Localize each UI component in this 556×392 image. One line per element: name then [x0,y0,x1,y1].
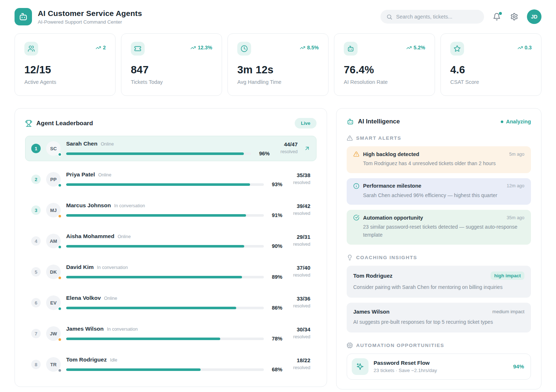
rank-badge: 6 [31,298,41,307]
brand-titles: AI Customer Service Agents AI-Powered Su… [38,9,142,25]
clock-icon [237,42,251,56]
agent-row-aisha-mohammed[interactable]: 4 AM Aisha Mohammed Online 90% [25,228,317,254]
leaderboard-title: Agent Leaderboard [36,120,93,127]
efficiency-bar [66,276,264,278]
agent-status: In conversation [97,265,128,270]
avatar: PP [46,172,61,187]
stat-card-csat-score: 0.3 4.6 CSAT Score [440,33,541,96]
stat-card-active-agents: 2 12/15 Active Agents [15,33,116,96]
dashboard: AI Customer Service Agents AI-Powered Su… [0,0,556,389]
avatar: AM [46,234,61,248]
resolved-label: resolved [288,273,310,278]
stat-card-avg-handling-time: 8.5% 3m 12s Avg Handling Time [227,33,329,96]
avatar: TR [46,357,61,372]
agent-name: David Kim [66,264,94,270]
agent-row-priya-patel[interactable]: 2 PP Priya Patel Online 93% [25,167,317,192]
agent-name: Elena Volkov [66,295,101,301]
efficiency-bar [66,183,264,186]
rank-badge: 1 [31,144,41,153]
automation-card-password-reset-flow[interactable]: Password Reset Flow 23 tickets · Save ~2… [347,354,531,380]
status-dot [58,183,62,187]
stat-label: CSAT Score [450,79,532,85]
trend-value: 12.3% [198,45,212,50]
agent-status: In conversation [114,203,145,208]
trending-up-icon [96,45,101,50]
agent-row-elena-volkov[interactable]: 6 EV Elena Volkov Online 86% [25,290,317,315]
coach-description: AI suggests pre-built responses for top … [353,318,524,326]
agent-status: Online [101,142,114,147]
agent-row-james-wilson[interactable]: 7 JW James Wilson In conversation 78% [25,321,317,346]
trend-value: 2 [103,45,106,50]
agent-status: In conversation [107,327,138,332]
analyzing-status: Analyzing [501,119,531,124]
stat-label: AI Resolution Rate [344,79,425,85]
efficiency-percent: 86% [268,305,282,311]
trend-badge: 0.3 [517,45,532,50]
alert-automation-opportunity[interactable]: Automation opportunity 35m ago 23 simila… [347,210,531,244]
stat-value: 76.4% [344,64,425,76]
lightbulb-icon [347,254,353,261]
users-icon [24,42,38,56]
alert-time: 35m ago [507,215,524,220]
resolved-count: 29/31 [288,234,310,240]
stat-card-ai-resolution-rate: 5.2% 76.4% AI Resolution Rate [334,33,435,96]
agent-row-tom-rodriguez[interactable]: 8 TR Tom Rodriguez Idle 68% [25,352,317,377]
alert-description: Tom Rodriguez has 4 unresolved tickets o… [363,160,519,168]
search-input[interactable] [396,14,478,20]
alert-performance-milestone[interactable]: Performance milestone 12m ago Sarah Chen… [347,178,531,205]
coaching-card-james-wilson[interactable]: James Wilson medium impact AI suggests p… [347,303,531,332]
page-subtitle: AI-Powered Support Command Center [38,19,142,25]
robot-icon [344,42,358,56]
agent-status: Online [104,296,117,301]
avatar: DK [46,265,61,279]
rank-badge: 2 [31,175,41,184]
trending-up-icon [300,45,305,50]
agent-name: Sarah Chen [66,140,97,147]
ticket-icon [131,42,145,56]
efficiency-bar [66,338,264,340]
app-header: AI Customer Service Agents AI-Powered Su… [15,0,541,25]
info-circle-icon [353,183,359,189]
ai-intelligence-panel: AI Intelligence Analyzing SMART ALERTS [336,108,541,389]
alert-title: Performance milestone [363,183,507,189]
gear-icon [510,13,518,21]
status-dot [58,214,62,218]
status-dot [58,152,62,156]
agent-row-david-kim[interactable]: 5 DK David Kim In conversation 89% [25,259,317,285]
efficiency-bar [66,152,251,155]
resolved-count: 33/36 [288,295,310,302]
agent-name: James Wilson [66,326,104,332]
trend-badge: 12.3% [190,45,212,50]
notifications-button[interactable] [492,12,501,21]
agent-name: Marcus Johnson [66,202,111,209]
rank-badge: 8 [31,360,41,369]
stat-card-tickets-today: 12.3% 847 Tickets Today [121,33,222,96]
agent-name: Tom Rodriguez [66,356,107,363]
trending-up-icon [406,45,412,50]
status-dot [58,307,62,311]
alert-time: 12m ago [507,183,524,188]
status-dot [58,368,62,372]
agent-row-sarah-chen[interactable]: 1 SC Sarah Chen Online 96% [25,136,317,161]
resolved-label: resolved [288,242,310,247]
trending-up-icon [517,45,523,50]
avatar: EV [46,295,61,310]
agent-status: Online [98,172,111,177]
stat-value: 3m 12s [237,64,319,76]
resolved-label: resolved [288,180,310,185]
efficiency-bar [66,307,264,309]
settings-button[interactable] [509,12,519,21]
coaching-card-tom-rodriguez[interactable]: Tom Rodriguez high impact Consider pairi… [347,266,531,298]
alert-title: Automation opportunity [363,215,507,221]
status-dot [58,338,62,342]
alert-high-backlog[interactable]: High backlog detected 5m ago Tom Rodrigu… [347,146,531,173]
intelligence-title: AI Intelligence [358,118,400,125]
agent-row-marcus-johnson[interactable]: 3 MJ Marcus Johnson In conversation 91% [25,197,317,223]
trending-up-icon [190,45,196,50]
user-avatar[interactable]: JD [527,9,541,24]
stat-value: 847 [131,64,212,76]
agent-list: 1 SC Sarah Chen Online 96% [25,136,317,377]
efficiency-percent: 93% [268,181,282,187]
avatar: JW [46,326,61,341]
search-bar[interactable] [380,10,484,24]
